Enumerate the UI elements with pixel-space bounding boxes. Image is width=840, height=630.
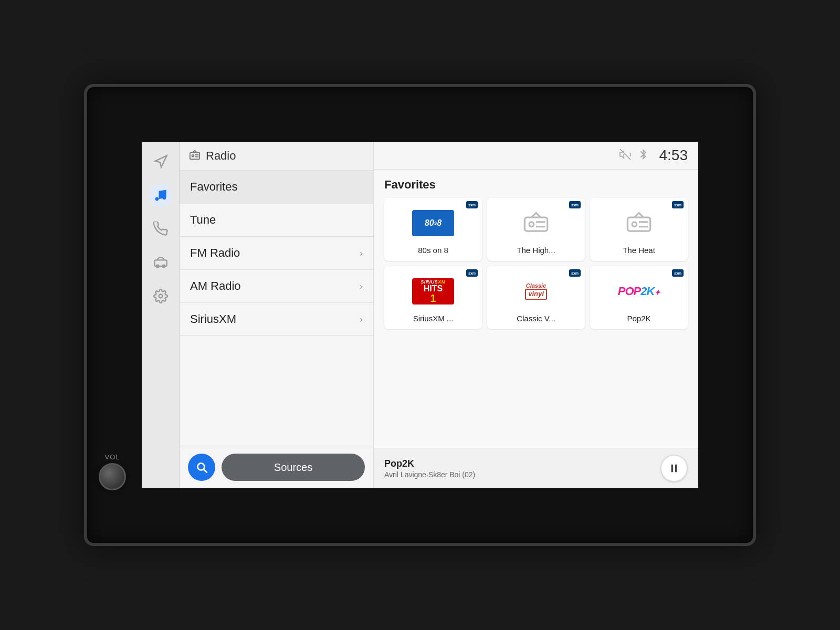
sidebar [142,142,180,488]
nav-item-tune[interactable]: Tune [180,204,373,237]
nav-item-siriusxm-label: SiriusXM [190,312,236,326]
favorite-card-heat[interactable]: sxm The Heat [590,198,688,261]
nav-item-favorites-label: Favorites [190,180,237,194]
sidebar-icon-phone[interactable] [149,217,172,240]
sources-button[interactable]: Sources [222,454,365,481]
vol-label: VOL [104,453,120,461]
svg-rect-18 [671,465,674,472]
siriusxm-chevron: › [360,314,363,325]
time-display: 4:53 [659,147,688,164]
nav-item-siriusxm[interactable]: SiriusXM › [180,303,373,336]
favorite-card-classic-vinyl[interactable]: sxm Classic vinyl Classic V... [487,266,585,329]
favorite-card-80s-on-8[interactable]: sxm 80s8 80s on 8 [384,198,482,261]
svg-rect-19 [675,465,677,472]
sxm-badge-highway: sxm [569,201,581,208]
sxm-badge-classic-vinyl: sxm [569,269,581,277]
nav-items: Favorites Tune FM Radio › AM Radio › Sir… [180,171,373,446]
sxm-badge-80s: sxm [466,201,478,208]
favorites-grid: sxm 80s8 80s on 8 sxm [384,198,688,329]
nav-item-am-radio[interactable]: AM Radio › [180,270,373,303]
nav-item-am-radio-label: AM Radio [190,279,241,293]
sxm-badge-pop2k: sxm [672,269,684,277]
radio-header-icon [189,149,201,163]
svg-rect-10 [524,217,547,231]
favorites-section: Favorites sxm 80s8 80s on 8 [374,170,698,448]
svg-point-6 [192,155,194,157]
now-playing-station: Pop2K [384,458,475,469]
car-frame: VOL [84,84,756,546]
sidebar-icon-car[interactable] [149,251,172,274]
am-radio-chevron: › [360,281,363,292]
fm-radio-chevron: › [360,248,363,259]
svg-point-4 [159,295,162,298]
svg-point-11 [529,222,534,226]
favorite-logo-pop2k: POP2K✦ [595,271,682,311]
favorite-card-pop2k[interactable]: sxm POP2K✦ Pop2K [590,266,688,329]
nav-item-favorites[interactable]: Favorites [180,171,373,204]
favorite-name-siriusxm: SiriusXM ... [413,314,454,323]
nav-item-tune-label: Tune [190,213,216,227]
svg-line-9 [620,149,630,159]
mute-icon [620,149,631,163]
content-panel: 4:53 Favorites sxm 80s8 [374,142,698,488]
favorites-title: Favorites [384,178,688,192]
content-header: 4:53 [374,142,698,170]
nav-panel: Radio Favorites Tune FM Radio › AM Radio… [180,142,374,488]
sidebar-icon-navigation[interactable] [149,150,172,173]
favorite-logo-highway [492,203,580,243]
nav-header-title: Radio [206,149,236,163]
favorite-logo-heat [595,203,682,243]
pause-button[interactable] [660,455,688,482]
logo-80s-on-8: 80s8 [412,210,454,236]
now-playing-track: Avril Lavigne·Sk8er Boi (02) [384,470,475,479]
vol-knob[interactable] [99,463,126,490]
sxm-badge-heat: sxm [672,201,684,208]
nav-item-fm-radio-label: FM Radio [190,246,240,260]
sxm-badge-siriusxm: sxm [466,269,478,277]
favorite-logo-classic-vinyl: Classic vinyl [492,271,580,311]
sidebar-icon-music[interactable] [149,184,172,207]
favorite-logo-siriusxm: SIRIUSXM HITS 1 [390,271,477,311]
favorite-name-heat: The Heat [623,246,655,255]
screen: Radio Favorites Tune FM Radio › AM Radio… [142,142,698,488]
favorite-name-highway: The High... [517,246,555,255]
svg-point-15 [632,222,637,226]
favorite-name-classic-vinyl: Classic V... [517,314,555,323]
favorite-logo-80s: 80s8 [390,203,477,243]
nav-bottom: Sources [180,446,373,488]
vol-area: VOL [99,453,126,490]
now-playing-bar: Pop2K Avril Lavigne·Sk8er Boi (02) [374,448,698,488]
svg-rect-14 [627,217,650,231]
nav-item-fm-radio[interactable]: FM Radio › [180,237,373,270]
search-button[interactable] [188,454,215,481]
now-playing-info: Pop2K Avril Lavigne·Sk8er Boi (02) [384,458,475,479]
svg-marker-0 [155,155,166,167]
favorite-card-highway[interactable]: sxm The High... [487,198,585,261]
favorite-name-pop2k: Pop2K [627,314,650,323]
sidebar-icon-settings[interactable] [149,285,172,308]
nav-header: Radio [180,142,373,171]
favorite-card-siriusxm[interactable]: sxm SIRIUSXM HITS 1 SiriusXM ... [384,266,482,329]
header-icons [620,149,648,163]
favorite-name-80s: 80s on 8 [418,246,448,255]
bluetooth-icon [638,149,648,163]
